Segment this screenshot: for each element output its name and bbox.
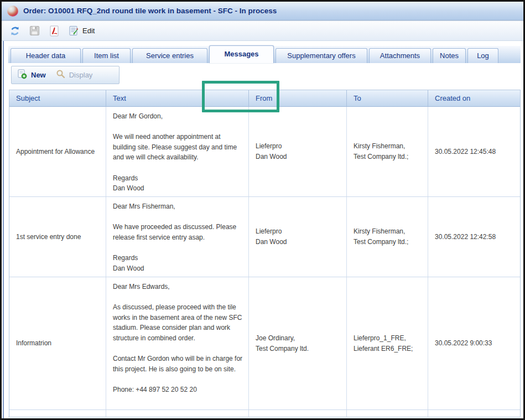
tab-log[interactable]: Log xyxy=(467,48,498,63)
cell-subject: 1st service entry done xyxy=(9,197,106,277)
cell-created: 30.05.2022 12:45:48 xyxy=(428,107,520,196)
column-header-text[interactable]: Text xyxy=(106,90,249,106)
window-bottom-frame xyxy=(8,417,521,420)
new-button-label: New xyxy=(31,71,46,79)
cell-created: 30.05.2022 9:00:33 xyxy=(428,277,520,409)
refresh-icon xyxy=(9,25,20,37)
cell-subject: Informatrion xyxy=(9,277,106,409)
column-header-subject[interactable]: Subject xyxy=(9,90,106,106)
cell-to: Lieferpro_1_FRE, Lieferant ER6_FRE; xyxy=(347,277,428,409)
edit-button[interactable]: Edit xyxy=(69,25,95,36)
column-header-from[interactable]: From xyxy=(249,90,347,106)
empty-cell xyxy=(106,410,249,417)
tab-notes[interactable]: Notes xyxy=(433,48,466,63)
app-logo-icon xyxy=(7,6,18,17)
edit-button-label: Edit xyxy=(82,27,95,35)
column-header-created-on[interactable]: Created on xyxy=(428,90,520,106)
pdf-export-button[interactable] xyxy=(49,25,60,37)
title-bar: Order: O10001 RFQ_2nd round tile work in… xyxy=(2,2,523,20)
column-header-to[interactable]: To xyxy=(347,90,428,106)
magnifier-icon xyxy=(56,69,65,81)
save-button[interactable] xyxy=(29,25,40,36)
cell-from: Lieferpro Dan Wood xyxy=(249,197,347,277)
save-icon xyxy=(29,25,40,36)
empty-cell xyxy=(347,410,428,417)
table-row[interactable]: 1st service entry doneDear Mrs Fisherman… xyxy=(9,197,520,277)
tab-item-list[interactable]: Item list xyxy=(82,48,131,63)
cell-to: Kirsty Fisherman, Test Company ltd.; xyxy=(347,197,428,277)
new-message-button[interactable]: New xyxy=(17,69,46,81)
display-button-label: Display xyxy=(69,71,93,79)
tab-messages[interactable]: Messages xyxy=(209,45,274,63)
tab-service-entries[interactable]: Service entries xyxy=(132,48,207,63)
cell-text: Dear Mrs Fisherman, We have proceeded as… xyxy=(106,197,249,277)
action-bar-area: New Display xyxy=(8,63,521,87)
display-message-button[interactable]: Display xyxy=(56,69,93,81)
tab-strip: Header data Item list Service entries Me… xyxy=(8,46,521,63)
cell-created: 30.05.2022 12:42:58 xyxy=(428,197,520,277)
table-row[interactable]: Appointment for AllowanceDear Mr Gordon,… xyxy=(9,107,520,197)
messages-table: Subject Text From To Created on Appointm… xyxy=(9,90,521,417)
cell-subject: Appointment for Allowance xyxy=(9,107,106,196)
empty-cell xyxy=(249,410,347,417)
pdf-export-icon xyxy=(49,25,60,37)
refresh-button[interactable] xyxy=(9,25,20,37)
cell-from: Joe Ordinary, Test Company ltd. xyxy=(249,277,347,409)
empty-cell xyxy=(9,410,106,417)
table-header-row: Subject Text From To Created on xyxy=(9,90,520,107)
table-body: Appointment for AllowanceDear Mr Gordon,… xyxy=(9,107,520,410)
order-window: Order: O10001 RFQ_2nd round tile work in… xyxy=(0,0,525,420)
tab-header-data[interactable]: Header data xyxy=(11,48,81,63)
cell-text: Dear Mrs Edwards, As discussed, please p… xyxy=(106,277,249,409)
window-title: Order: O10001 RFQ_2nd round tile work in… xyxy=(23,7,277,15)
table-row[interactable]: InformatrionDear Mrs Edwards, As discuss… xyxy=(9,277,520,410)
main-toolbar: Edit xyxy=(2,20,523,41)
cell-from: Lieferpro Dan Wood xyxy=(249,107,347,196)
tab-supplementary-offers[interactable]: Supplementary offers xyxy=(276,48,367,63)
table-row-empty xyxy=(9,410,520,417)
edit-icon xyxy=(69,25,79,36)
new-icon xyxy=(17,69,27,81)
cell-to: Kirsty Fisherman, Test Company ltd.; xyxy=(347,107,428,196)
messages-action-bar: New Display xyxy=(11,66,119,84)
cell-text: Dear Mr Gordon, We will need another app… xyxy=(106,107,249,196)
tab-attachments[interactable]: Attachments xyxy=(369,48,431,63)
content-area: Header data Item list Service entries Me… xyxy=(3,41,523,420)
empty-cell xyxy=(428,410,520,417)
